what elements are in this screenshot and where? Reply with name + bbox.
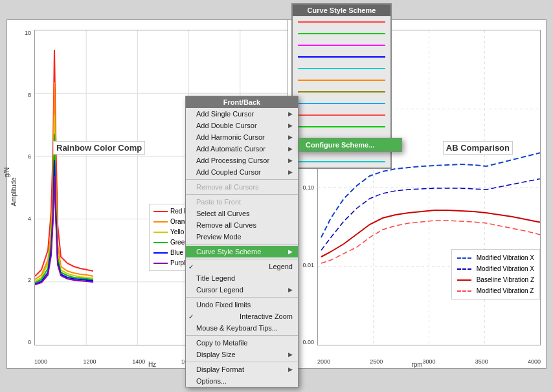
left-chart-title: Rainbow Color Comp bbox=[53, 141, 145, 155]
legend-item-blue: Blue bbox=[153, 248, 189, 258]
arrow-icon: ▶ bbox=[288, 248, 293, 255]
curve-line-4 bbox=[293, 51, 390, 63]
menu-item-options[interactable]: Options... bbox=[186, 375, 298, 387]
right-chart-xlabel: rpm bbox=[411, 361, 422, 368]
arrow-icon: ▶ bbox=[288, 157, 293, 164]
menu-separator-3 bbox=[186, 244, 298, 245]
curve-line-10 bbox=[293, 121, 390, 133]
menu-item-add-coupled-cursor[interactable]: Add Coupled Cursor ▶ bbox=[186, 166, 298, 178]
legend-item-yellow: Yello bbox=[153, 227, 189, 237]
arrow-icon: ▶ bbox=[288, 366, 293, 373]
menu-item-display-size[interactable]: Display Size ▶ bbox=[186, 349, 298, 360]
menu-separator-4 bbox=[186, 259, 298, 259]
arrow-icon: ▶ bbox=[288, 169, 293, 175]
left-chart-ylabel: g/N bbox=[3, 168, 10, 178]
submenu-item-configure-scheme[interactable]: Configure Scheme... bbox=[299, 138, 401, 151]
menu-item-title-legend[interactable]: Title Legend bbox=[186, 272, 298, 284]
curve-line-1 bbox=[293, 16, 390, 28]
context-menu[interactable]: Front/Back Add Single Cursor ▶ Add Doubl… bbox=[185, 96, 299, 387]
menu-separator-5 bbox=[186, 297, 298, 298]
legend-item-orange: Orang bbox=[153, 217, 189, 227]
arrow-icon: ▶ bbox=[288, 351, 293, 358]
menu-item-add-single-cursor[interactable]: Add Single Cursor ▶ bbox=[186, 108, 298, 120]
left-chart-ylabel2: Amplitude bbox=[10, 177, 17, 206]
menu-item-display-format[interactable]: Display Format ▶ bbox=[186, 364, 298, 375]
curve-line-2 bbox=[293, 28, 390, 39]
menu-item-curve-style-scheme[interactable]: Curve Style Scheme ▶ bbox=[186, 246, 298, 257]
curve-style-panel-title: Curve Style Scheme bbox=[293, 5, 390, 16]
curve-line-13 bbox=[293, 156, 390, 168]
menu-separator-1 bbox=[186, 179, 298, 180]
legend-item-mod-x-2: Modified Vibration X bbox=[457, 263, 534, 274]
menu-separator-2 bbox=[186, 194, 298, 195]
left-chart-xlabel: Hz bbox=[148, 361, 156, 368]
menu-item-remove-all-curves[interactable]: Remove all Curves bbox=[186, 219, 298, 231]
legend-item-mod-x-1: Modified Vibration X bbox=[457, 252, 534, 263]
menu-item-legend[interactable]: Legend bbox=[186, 261, 298, 272]
menu-item-mouse-keyboard-tips[interactable]: Mouse & Keyboard Tips... bbox=[186, 322, 298, 334]
curve-line-8 bbox=[293, 98, 390, 109]
curve-line-7 bbox=[293, 86, 390, 98]
menu-item-undo-fixed-limits[interactable]: Undo Fixed limits bbox=[186, 299, 298, 310]
arrow-icon: ▶ bbox=[288, 111, 293, 117]
curve-line-3 bbox=[293, 39, 390, 51]
menu-item-add-processing-cursor[interactable]: Add Processing Cursor ▶ bbox=[186, 155, 298, 166]
arrow-icon: ▶ bbox=[288, 287, 293, 293]
menu-item-remove-all-cursors: Remove all Cursors bbox=[186, 181, 298, 193]
arrow-icon: ▶ bbox=[288, 122, 293, 129]
menu-separator-7 bbox=[186, 362, 298, 362]
legend-item-purple: Purple bbox=[153, 258, 189, 268]
right-chart-title: AB Comparison bbox=[443, 141, 513, 155]
legend-item-green: Gree bbox=[153, 237, 189, 248]
arrow-icon: ▶ bbox=[288, 134, 293, 140]
right-chart-xaxis: 2000 2500 3000 3500 4000 bbox=[317, 358, 541, 365]
menu-item-add-harmonic-cursor[interactable]: Add Harmonic Cursor ▶ bbox=[186, 131, 298, 143]
menu-item-preview-mode[interactable]: Preview Mode bbox=[186, 231, 298, 243]
right-chart-legend: Modified Vibration X Modified Vibration … bbox=[451, 249, 540, 299]
submenu-configure-scheme[interactable]: Configure Scheme... bbox=[299, 138, 402, 152]
curve-line-9 bbox=[293, 109, 390, 121]
menu-item-add-automatic-cursor[interactable]: Add Automatic Cursor ▶ bbox=[186, 143, 298, 155]
legend-item-baseline-z: Baseline Vibration Z bbox=[457, 274, 534, 285]
menu-item-select-all-curves[interactable]: Select all Curves bbox=[186, 208, 298, 219]
menu-separator-6 bbox=[186, 335, 298, 336]
menu-item-copy-to-metafile[interactable]: Copy to Metafile bbox=[186, 337, 298, 349]
arrow-icon: ▶ bbox=[288, 146, 293, 152]
menu-item-paste-to-front: Paste to Front bbox=[186, 196, 298, 208]
context-menu-header: Front/Back bbox=[186, 96, 298, 108]
legend-item-mod-z: Modified Vibration Z bbox=[457, 285, 534, 296]
curve-line-6 bbox=[293, 74, 390, 86]
menu-item-cursor-legend[interactable]: Cursor Legend ▶ bbox=[186, 284, 298, 296]
curve-line-5 bbox=[293, 63, 390, 74]
menu-item-add-double-cursor[interactable]: Add Double Cursor ▶ bbox=[186, 120, 298, 131]
legend-item-red: Red F bbox=[153, 206, 189, 217]
menu-item-interactive-zoom[interactable]: Interactive Zoom bbox=[186, 310, 298, 322]
